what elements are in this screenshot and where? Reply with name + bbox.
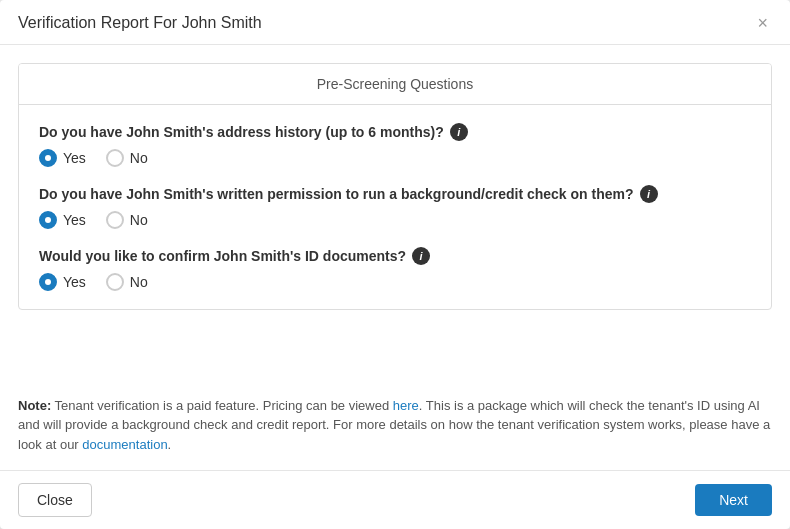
modal-header: Verification Report For John Smith ×	[0, 0, 790, 45]
close-button[interactable]: Close	[18, 483, 92, 517]
verification-modal: Verification Report For John Smith × Pre…	[0, 0, 790, 529]
question-1-radio-group: Yes No	[39, 149, 751, 167]
next-button[interactable]: Next	[695, 484, 772, 516]
question-2-yes-radio[interactable]	[39, 211, 57, 229]
question-1-no-label: No	[130, 150, 148, 166]
prescreening-title: Pre-Screening Questions	[317, 76, 473, 92]
question-2-no-label: No	[130, 212, 148, 228]
question-2-radio-group: Yes No	[39, 211, 751, 229]
note-bold-label: Note:	[18, 398, 51, 413]
question-1-yes-radio[interactable]	[39, 149, 57, 167]
modal-close-x-button[interactable]: ×	[753, 14, 772, 32]
question-2-yes-label: Yes	[63, 212, 86, 228]
question-3-block: Would you like to confirm John Smith's I…	[39, 247, 751, 291]
prescreening-card: Pre-Screening Questions Do you have John…	[18, 63, 772, 310]
question-3-no-label: No	[130, 274, 148, 290]
question-1-yes-label: Yes	[63, 150, 86, 166]
question-3-info-icon[interactable]: i	[412, 247, 430, 265]
question-1-block: Do you have John Smith's address history…	[39, 123, 751, 167]
question-1-text: Do you have John Smith's address history…	[39, 124, 444, 140]
question-2-yes-option[interactable]: Yes	[39, 211, 86, 229]
question-2-no-radio[interactable]	[106, 211, 124, 229]
prescreening-body: Do you have John Smith's address history…	[19, 105, 771, 309]
prescreening-header: Pre-Screening Questions	[19, 64, 771, 105]
modal-title: Verification Report For John Smith	[18, 14, 262, 32]
modal-body: Pre-Screening Questions Do you have John…	[0, 45, 790, 384]
question-1-no-radio[interactable]	[106, 149, 124, 167]
question-2-label: Do you have John Smith's written permiss…	[39, 185, 751, 203]
question-3-label: Would you like to confirm John Smith's I…	[39, 247, 751, 265]
question-1-no-option[interactable]: No	[106, 149, 148, 167]
question-3-yes-radio[interactable]	[39, 273, 57, 291]
question-3-text: Would you like to confirm John Smith's I…	[39, 248, 406, 264]
question-3-yes-label: Yes	[63, 274, 86, 290]
note-text-after-link2: .	[168, 437, 172, 452]
question-3-no-option[interactable]: No	[106, 273, 148, 291]
question-2-info-icon[interactable]: i	[640, 185, 658, 203]
question-2-block: Do you have John Smith's written permiss…	[39, 185, 751, 229]
question-1-info-icon[interactable]: i	[450, 123, 468, 141]
note-documentation-link[interactable]: documentation	[82, 437, 167, 452]
question-2-no-option[interactable]: No	[106, 211, 148, 229]
note-section: Note: Tenant verification is a paid feat…	[0, 384, 790, 471]
question-3-radio-group: Yes No	[39, 273, 751, 291]
question-3-yes-option[interactable]: Yes	[39, 273, 86, 291]
question-1-yes-option[interactable]: Yes	[39, 149, 86, 167]
note-pricing-link[interactable]: here	[393, 398, 419, 413]
question-1-label: Do you have John Smith's address history…	[39, 123, 751, 141]
modal-footer: Close Next	[0, 470, 790, 529]
question-3-no-radio[interactable]	[106, 273, 124, 291]
note-text-before-link: Tenant verification is a paid feature. P…	[51, 398, 393, 413]
question-2-text: Do you have John Smith's written permiss…	[39, 186, 634, 202]
